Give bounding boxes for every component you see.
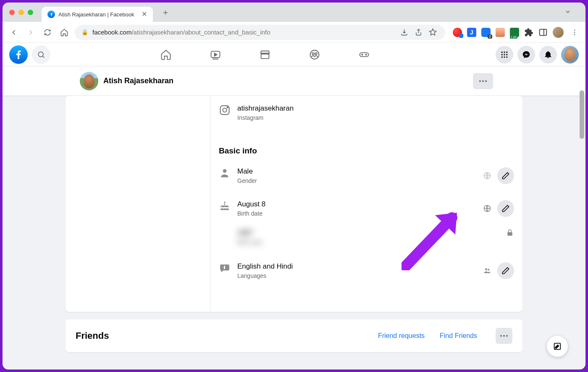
nav-gaming[interactable] — [341, 44, 387, 66]
extension-icons: J — [453, 27, 580, 38]
url-text: facebook.com/atishrajasekharan/about_con… — [92, 29, 270, 36]
nav-groups[interactable] — [291, 44, 338, 66]
privacy-lock-icon[interactable] — [506, 229, 514, 237]
new-tab-button[interactable]: ＋ — [161, 7, 170, 18]
notifications-button[interactable] — [539, 46, 557, 63]
browser-menu-button[interactable] — [569, 29, 580, 36]
profile-subheader: Atish Rajasekharan — [3, 66, 585, 96]
close-tab-button[interactable]: ✕ — [142, 11, 147, 18]
svg-point-14 — [501, 51, 503, 53]
lock-icon: 🔒 — [81, 29, 88, 35]
mac-tab-bar: Atish Rajasekharan | Facebook ✕ ＋ — [3, 3, 585, 22]
close-window-button[interactable] — [9, 10, 15, 15]
browser-profile-button[interactable] — [553, 27, 564, 38]
privacy-public-icon[interactable] — [483, 204, 491, 213]
nav-watch[interactable] — [192, 44, 239, 66]
svg-point-17 — [501, 54, 503, 55]
svg-point-2 — [574, 29, 575, 31]
svg-point-18 — [504, 54, 505, 55]
svg-point-13 — [366, 54, 367, 55]
svg-point-19 — [506, 54, 507, 55]
bookmark-star-icon[interactable] — [427, 26, 438, 38]
instagram-handle[interactable]: atishrajasekharan — [237, 104, 294, 113]
edit-birthdate-button[interactable] — [497, 200, 514, 217]
svg-rect-0 — [540, 29, 547, 35]
friend-requests-link[interactable]: Friend requests — [378, 332, 425, 340]
hidden-label: Birth year — [237, 239, 262, 245]
gender-value: Male — [237, 167, 257, 176]
svg-point-4 — [574, 34, 575, 35]
minimize-window-button[interactable] — [18, 10, 24, 15]
install-icon[interactable] — [398, 26, 410, 38]
svg-rect-30 — [224, 266, 225, 269]
share-icon[interactable] — [412, 26, 424, 38]
edit-fab-button[interactable] — [547, 336, 568, 357]
about-sidebar — [66, 96, 210, 312]
hidden-value: 1997 — [237, 229, 262, 237]
back-button[interactable] — [8, 26, 20, 39]
facebook-favicon — [47, 11, 55, 18]
extension-1[interactable] — [453, 28, 462, 37]
reload-button[interactable] — [41, 26, 54, 39]
profile-name: Atish Rajasekharan — [103, 77, 173, 85]
instagram-row: atishrajasekharan Instagram — [219, 102, 514, 133]
gender-row: Male Gender — [219, 164, 514, 187]
url-field[interactable]: 🔒 facebook.com/atishrajasekharan/about_c… — [75, 25, 445, 40]
extension-2[interactable]: J — [467, 28, 476, 37]
svg-point-32 — [488, 269, 489, 270]
privacy-public-icon[interactable] — [483, 171, 491, 180]
tabs-menu-button[interactable] — [564, 8, 571, 16]
extensions-button[interactable] — [524, 28, 533, 37]
svg-point-24 — [223, 108, 226, 112]
nav-home[interactable] — [143, 44, 189, 66]
svg-point-10 — [315, 53, 317, 55]
profile-more-button[interactable] — [473, 73, 493, 89]
birthdate-value: August 8 — [237, 200, 265, 208]
about-card: atishrajasekharan Instagram Basic info M… — [66, 96, 522, 312]
svg-rect-11 — [360, 53, 369, 56]
side-panel-button[interactable] — [538, 28, 548, 37]
instagram-label: Instagram — [237, 114, 294, 121]
svg-point-12 — [362, 54, 362, 55]
home-button[interactable] — [58, 26, 71, 39]
friends-heading: Friends — [76, 330, 109, 341]
svg-point-15 — [504, 51, 505, 53]
svg-point-8 — [310, 50, 319, 59]
nav-marketplace[interactable] — [242, 44, 288, 66]
scrollbar-thumb[interactable] — [580, 90, 584, 139]
profile-avatar[interactable] — [80, 72, 98, 90]
browser-address-bar: 🔒 facebook.com/atishrajasekharan/about_c… — [3, 22, 585, 43]
messenger-button[interactable] — [517, 46, 535, 63]
birthdate-row: August 8 Birth date — [219, 197, 514, 220]
edit-gender-button[interactable] — [497, 167, 514, 184]
basic-info-heading: Basic info — [219, 146, 514, 156]
privacy-friends-icon[interactable] — [483, 266, 491, 275]
extension-5[interactable] — [510, 28, 519, 37]
extension-3[interactable] — [481, 28, 491, 37]
forward-button[interactable] — [24, 26, 37, 39]
svg-point-5 — [38, 52, 43, 57]
account-button[interactable] — [561, 46, 579, 63]
facebook-logo[interactable] — [9, 45, 28, 64]
birthdate-label: Birth date — [237, 210, 265, 217]
friends-more-button[interactable] — [496, 328, 512, 344]
svg-point-16 — [506, 51, 507, 53]
menu-grid-button[interactable] — [496, 46, 513, 63]
svg-point-22 — [506, 56, 507, 58]
facebook-nav — [143, 44, 387, 66]
hidden-row: 1997 Birth year — [219, 225, 514, 249]
svg-point-20 — [501, 56, 503, 58]
gender-label: Gender — [237, 177, 257, 184]
browser-tab[interactable]: Atish Rajasekharan | Facebook ✕ — [42, 7, 153, 22]
maximize-window-button[interactable] — [28, 10, 33, 15]
find-friends-link[interactable]: Find Friends — [440, 332, 477, 340]
languages-label: Languages — [237, 272, 293, 279]
blank-icon — [219, 229, 231, 240]
facebook-search-button[interactable] — [32, 45, 50, 64]
svg-point-3 — [574, 32, 575, 33]
edit-languages-button[interactable] — [497, 262, 514, 279]
window-controls — [9, 10, 33, 15]
svg-rect-29 — [507, 232, 512, 235]
extension-4[interactable] — [496, 28, 505, 37]
svg-point-21 — [504, 56, 505, 58]
